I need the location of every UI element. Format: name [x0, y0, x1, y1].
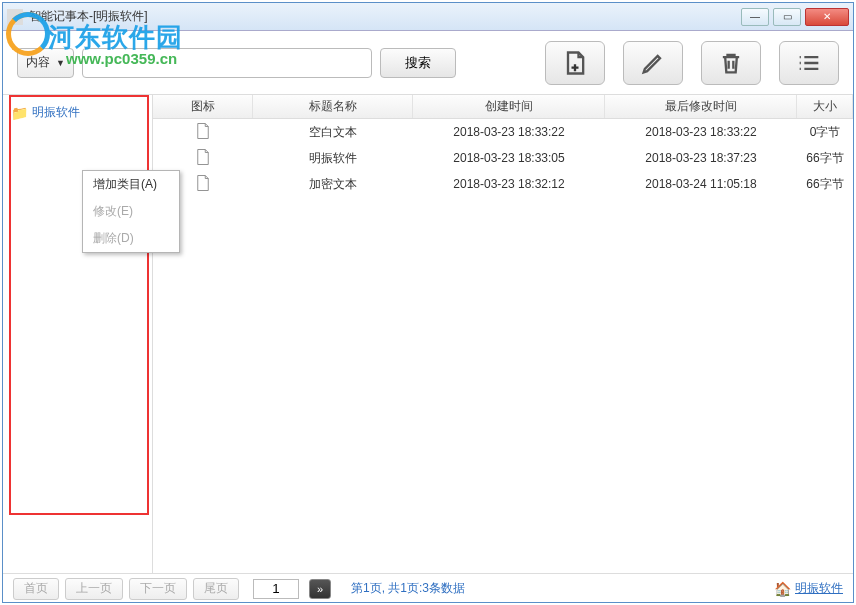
- close-button[interactable]: ✕: [805, 8, 849, 26]
- pager-status: 第1页, 共1页:3条数据: [351, 580, 465, 597]
- sidebar-item-folder[interactable]: 📁 明振软件: [7, 101, 148, 124]
- cell-created: 2018-03-23 18:32:12: [413, 177, 605, 191]
- new-file-button[interactable]: [545, 41, 605, 85]
- maximize-button[interactable]: ▭: [773, 8, 801, 26]
- cell-modified: 2018-03-23 18:37:23: [605, 151, 797, 165]
- cell-modified: 2018-03-23 18:33:22: [605, 125, 797, 139]
- context-menu: 增加类目(A)修改(E)删除(D): [82, 170, 180, 253]
- delete-button[interactable]: [701, 41, 761, 85]
- cell-modified: 2018-03-24 11:05:18: [605, 177, 797, 191]
- minimize-button[interactable]: —: [741, 8, 769, 26]
- cell-title: 明振软件: [253, 150, 413, 167]
- titlebar: 智能记事本-[明振软件] — ▭ ✕: [3, 3, 853, 31]
- cell-title: 空白文本: [253, 124, 413, 141]
- cell-size: 66字节: [797, 176, 853, 193]
- th-modified[interactable]: 最后修改时间: [605, 95, 797, 118]
- pager-next[interactable]: 下一页: [129, 578, 187, 600]
- table-row[interactable]: 明振软件2018-03-23 18:33:052018-03-23 18:37:…: [153, 145, 853, 171]
- trash-icon: [717, 49, 745, 77]
- toolbar: 内容 ▼ 搜索: [3, 31, 853, 95]
- cell-size: 66字节: [797, 150, 853, 167]
- table-body: 空白文本2018-03-23 18:33:222018-03-23 18:33:…: [153, 119, 853, 197]
- footer-link[interactable]: 明振软件: [795, 580, 843, 597]
- table-header: 图标 标题名称 创建时间 最后修改时间 大小: [153, 95, 853, 119]
- th-icon[interactable]: 图标: [153, 95, 253, 118]
- cell-created: 2018-03-23 18:33:22: [413, 125, 605, 139]
- file-icon: [195, 174, 211, 195]
- home-icon: 🏠: [774, 581, 791, 597]
- main-area: 📁 明振软件 图标 标题名称 创建时间 最后修改时间 大小 空白文本2018-0…: [3, 95, 853, 573]
- cell-icon: [153, 148, 253, 169]
- app-window: 智能记事本-[明振软件] — ▭ ✕ 内容 ▼ 搜索 📁: [2, 2, 854, 603]
- context-menu-item[interactable]: 增加类目(A): [83, 171, 179, 198]
- sidebar-item-label: 明振软件: [32, 104, 80, 121]
- new-file-icon: [561, 49, 589, 77]
- filter-dropdown[interactable]: 内容 ▼: [17, 48, 74, 78]
- search-input[interactable]: [82, 48, 372, 78]
- th-created[interactable]: 创建时间: [413, 95, 605, 118]
- pencil-icon: [639, 49, 667, 77]
- search-button[interactable]: 搜索: [380, 48, 456, 78]
- pager-page-input[interactable]: [253, 579, 299, 599]
- pager-last[interactable]: 尾页: [193, 578, 239, 600]
- cell-size: 0字节: [797, 124, 853, 141]
- highlight-annotation: [9, 95, 149, 515]
- footer-right: 🏠 明振软件: [774, 580, 843, 597]
- chevron-down-icon: ▼: [56, 58, 65, 68]
- cell-title: 加密文本: [253, 176, 413, 193]
- folder-icon: 📁: [11, 105, 28, 121]
- pager-prev[interactable]: 上一页: [65, 578, 123, 600]
- context-menu-item: 修改(E): [83, 198, 179, 225]
- table-row[interactable]: 加密文本2018-03-23 18:32:122018-03-24 11:05:…: [153, 171, 853, 197]
- footer: 首页 上一页 下一页 尾页 » 第1页, 共1页:3条数据 🏠 明振软件: [3, 573, 853, 603]
- list-icon: [795, 49, 823, 77]
- pager-go-button[interactable]: »: [309, 579, 331, 599]
- content-panel: 图标 标题名称 创建时间 最后修改时间 大小 空白文本2018-03-23 18…: [153, 95, 853, 573]
- context-menu-item: 删除(D): [83, 225, 179, 252]
- filter-label: 内容: [26, 54, 50, 71]
- table-row[interactable]: 空白文本2018-03-23 18:33:222018-03-23 18:33:…: [153, 119, 853, 145]
- th-size[interactable]: 大小: [797, 95, 853, 118]
- window-controls: — ▭ ✕: [741, 8, 849, 26]
- file-icon: [195, 148, 211, 169]
- window-title: 智能记事本-[明振软件]: [29, 8, 741, 25]
- th-title[interactable]: 标题名称: [253, 95, 413, 118]
- cell-icon: [153, 122, 253, 143]
- file-icon: [195, 122, 211, 143]
- edit-button[interactable]: [623, 41, 683, 85]
- cell-created: 2018-03-23 18:33:05: [413, 151, 605, 165]
- sidebar: 📁 明振软件: [3, 95, 153, 573]
- list-view-button[interactable]: [779, 41, 839, 85]
- pager-first[interactable]: 首页: [13, 578, 59, 600]
- app-icon: [7, 9, 23, 25]
